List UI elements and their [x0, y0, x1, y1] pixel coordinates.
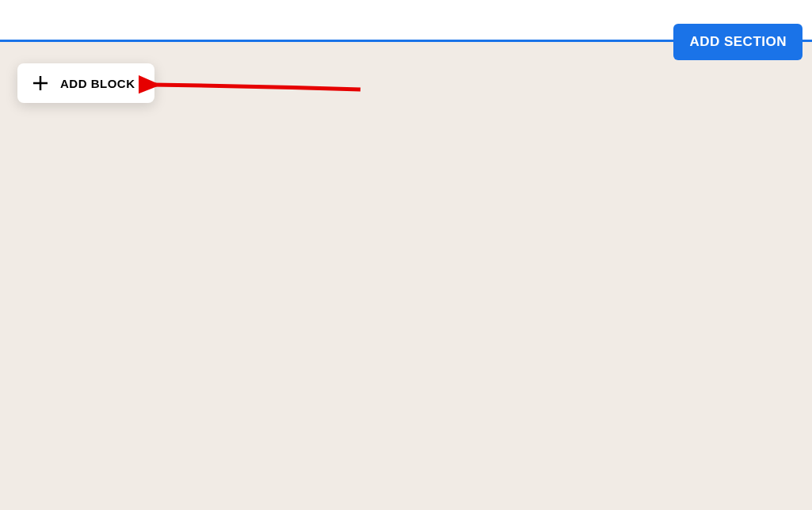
header: ADD SECTION — [0, 0, 812, 42]
canvas-area: ADD BLOCK — [0, 42, 812, 510]
add-block-label: ADD BLOCK — [60, 77, 135, 90]
annotation-arrow-icon — [139, 67, 368, 99]
add-section-label: ADD SECTION — [689, 34, 787, 49]
add-block-button[interactable]: ADD BLOCK — [17, 63, 154, 103]
add-section-button[interactable]: ADD SECTION — [673, 24, 802, 60]
plus-icon — [32, 74, 49, 92]
